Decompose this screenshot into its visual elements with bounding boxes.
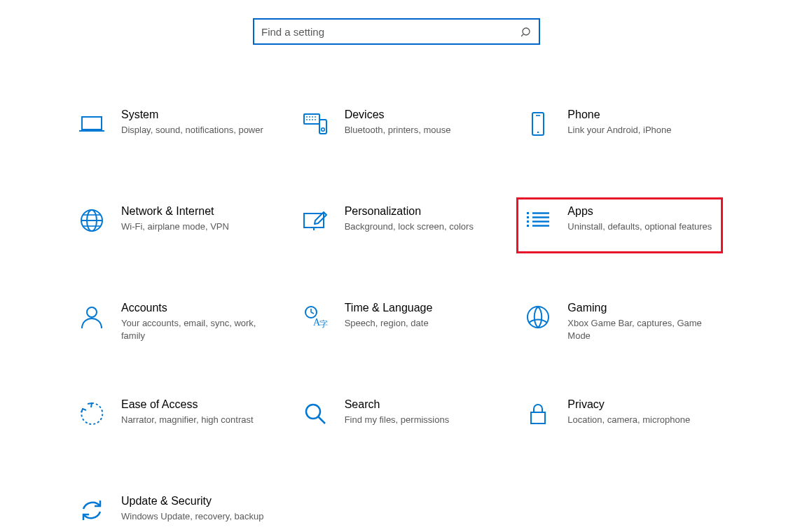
category-title: Apps [567,205,715,218]
timelang-icon [301,303,329,331]
category-accounts[interactable]: AccountsYour accounts, email, sync, work… [70,294,277,350]
globe-icon [78,206,106,234]
category-desc: Display, sound, notifications, power [121,124,268,136]
category-title: Time & Language [345,302,492,314]
category-title: System [121,108,269,121]
category-desc: Your accounts, email, sync, work, family [121,317,268,342]
category-update-security[interactable]: Update & SecurityWindows Update, recover… [70,487,277,532]
category-desc: Wi-Fi, airplane mode, VPN [121,220,268,233]
category-desc: Link your Android, iPhone [567,124,715,136]
category-desc: Location, camera, microphone [567,414,715,426]
category-desc: Find my files, permissions [345,414,492,426]
category-title: Personalization [345,205,492,218]
ease-icon [78,400,106,428]
category-desc: Xbox Game Bar, captures, Game Mode [567,317,715,342]
category-ease-of-access[interactable]: Ease of AccessNarrator, magnifier, high … [70,391,277,447]
category-title: Search [345,398,492,411]
category-desc: Bluetooth, printers, mouse [345,124,492,136]
category-title: Devices [345,108,492,121]
laptop-icon [78,110,106,138]
category-gaming[interactable]: GamingXbox Game Bar, captures, Game Mode [516,294,723,350]
category-apps[interactable]: AppsUninstall, defaults, optional featur… [516,197,723,253]
category-privacy[interactable]: PrivacyLocation, camera, microphone [516,391,723,447]
category-desc: Speech, region, date [345,317,492,330]
category-title: Privacy [567,398,715,411]
phone-icon [524,110,552,138]
category-desc: Uninstall, defaults, optional features [567,220,715,233]
search-icon [521,27,532,37]
category-title: Ease of Access [121,398,269,411]
gaming-icon [524,303,552,331]
category-desc: Windows Update, recovery, backup [121,510,268,523]
category-time-language[interactable]: Time & LanguageSpeech, region, date [294,294,500,350]
search-icon [301,400,329,428]
search-box[interactable] [253,18,540,45]
devices-icon [301,110,329,138]
category-title: Network & Internet [121,205,269,218]
category-title: Accounts [121,302,269,314]
category-desc: Narrator, magnifier, high contrast [121,414,268,426]
category-network-internet[interactable]: Network & InternetWi-Fi, airplane mode, … [70,197,277,253]
category-title: Update & Security [121,495,269,507]
lock-icon [524,400,552,428]
search-input[interactable] [260,25,521,38]
category-title: Gaming [567,302,715,314]
person-icon [78,303,106,331]
category-devices[interactable]: DevicesBluetooth, printers, mouse [294,101,500,157]
category-desc: Background, lock screen, colors [345,220,492,233]
apps-icon [524,206,552,234]
category-phone[interactable]: PhoneLink your Android, iPhone [516,101,723,157]
category-search[interactable]: SearchFind my files, permissions [294,391,500,447]
category-title: Phone [567,108,715,121]
personalize-icon [301,206,329,234]
update-icon [78,496,106,524]
category-system[interactable]: SystemDisplay, sound, notifications, pow… [70,101,277,157]
category-personalization[interactable]: PersonalizationBackground, lock screen, … [294,197,500,253]
